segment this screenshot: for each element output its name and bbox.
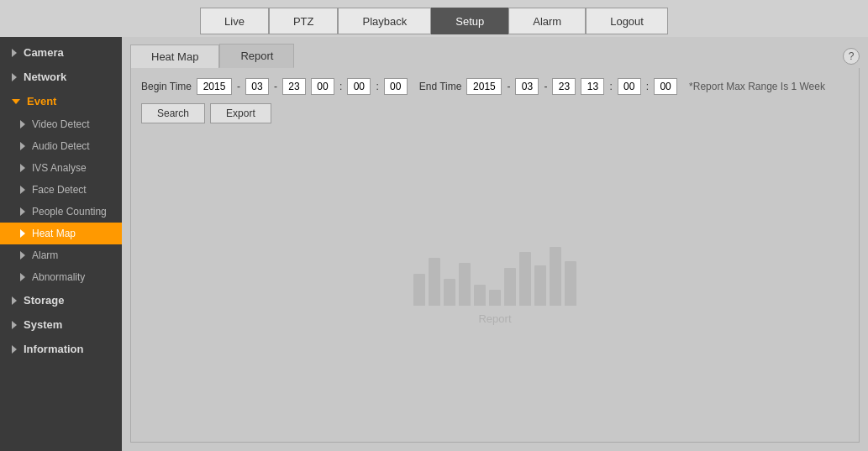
tab-bar: Heat Map Report ? [122, 37, 868, 68]
begin-min-input[interactable] [347, 78, 371, 95]
chevron-right-icon [20, 142, 25, 150]
chart-bar [534, 265, 546, 306]
sidebar-item-camera[interactable]: Camera [0, 40, 122, 65]
sep2: - [274, 81, 277, 92]
time-row: Begin Time - - : : End Time - - : [141, 78, 849, 95]
playback-button[interactable]: Playback [338, 8, 431, 34]
sidebar-item-system[interactable]: System [0, 312, 122, 337]
export-button[interactable]: Export [210, 103, 271, 123]
chart-bar [504, 268, 516, 306]
sidebar-item-people-counting[interactable]: People Counting [0, 201, 122, 223]
sidebar-item-ivs-analyse[interactable]: IVS Analyse [0, 157, 122, 179]
alarm-button[interactable]: Alarm [508, 8, 586, 34]
btn-row: Search Export [141, 103, 849, 123]
ptz-button[interactable]: PTZ [269, 8, 339, 34]
top-nav: Live PTZ Playback Setup Alarm Logout [0, 0, 868, 37]
sep3: : [339, 81, 342, 92]
chevron-right-icon [12, 321, 17, 329]
sidebar-item-face-detect[interactable]: Face Detect [0, 179, 122, 201]
sidebar-item-network[interactable]: Network [0, 65, 122, 89]
help-icon[interactable]: ? [843, 48, 860, 65]
chart-bar [474, 285, 486, 306]
begin-hour-input[interactable] [311, 78, 334, 95]
setup-button[interactable]: Setup [431, 8, 508, 34]
content-area: Heat Map Report ? Begin Time - - : : End… [122, 37, 868, 451]
chart-bar [413, 274, 425, 306]
chevron-right-icon [12, 345, 17, 354]
chart-bar [444, 279, 455, 306]
end-sec-input[interactable] [654, 78, 677, 95]
begin-month-input[interactable] [245, 78, 269, 95]
chart-bars [413, 239, 576, 306]
sidebar-item-video-detect[interactable]: Video Detect [0, 113, 122, 135]
sep5: - [507, 81, 510, 92]
chart-bar [565, 261, 576, 306]
sidebar-item-abnormality[interactable]: Abnormality [0, 266, 122, 288]
sep1: - [237, 81, 240, 92]
chart-bar [429, 258, 440, 306]
sep6: - [544, 81, 547, 92]
live-button[interactable]: Live [200, 8, 269, 34]
main-layout: Camera Network Event Video Detect Audio … [0, 37, 868, 451]
chart-label: Report [478, 312, 511, 325]
chevron-right-icon [12, 296, 17, 305]
chevron-right-icon [20, 207, 25, 216]
chevron-right-icon [20, 186, 25, 194]
chevron-right-icon [20, 120, 25, 128]
sidebar-item-audio-detect[interactable]: Audio Detect [0, 135, 122, 157]
sidebar-item-storage[interactable]: Storage [0, 288, 122, 312]
tab-heat-map[interactable]: Heat Map [130, 45, 219, 68]
chart-bar [459, 263, 471, 306]
logout-button[interactable]: Logout [586, 8, 668, 34]
chart-area: Report [141, 132, 849, 432]
chart-bar [519, 252, 531, 306]
end-day-input[interactable] [552, 78, 576, 95]
sidebar-item-event[interactable]: Event [0, 89, 122, 113]
chevron-right-icon [20, 164, 25, 172]
search-button[interactable]: Search [141, 103, 205, 123]
end-min-input[interactable] [618, 78, 641, 95]
chevron-right-icon [20, 273, 25, 281]
end-time-label: End Time [419, 81, 462, 92]
sidebar-item-heat-map[interactable]: Heat Map [0, 223, 122, 244]
begin-time-label: Begin Time [141, 81, 192, 92]
end-hour-input[interactable] [581, 78, 604, 95]
main-panel: Begin Time - - : : End Time - - : [130, 68, 860, 443]
end-month-input[interactable] [515, 78, 539, 95]
chart-bar [489, 290, 501, 306]
sidebar-item-alarm[interactable]: Alarm [0, 244, 122, 266]
max-range-note: *Report Max Range Is 1 Week [689, 81, 825, 92]
end-year-input[interactable] [466, 78, 502, 95]
begin-day-input[interactable] [282, 78, 306, 95]
chevron-right-icon [20, 229, 25, 238]
chevron-right-icon [20, 251, 25, 260]
sep7: : [609, 81, 612, 92]
sep8: : [646, 81, 649, 92]
tab-report[interactable]: Report [219, 44, 294, 68]
chevron-right-icon [12, 73, 17, 81]
begin-year-input[interactable] [197, 78, 232, 95]
chart-placeholder: Report [413, 239, 576, 325]
chevron-right-icon [12, 49, 17, 57]
chart-bar [550, 247, 561, 306]
begin-sec-input[interactable] [384, 78, 408, 95]
sidebar-item-information[interactable]: Information [0, 337, 122, 361]
sep4: : [376, 81, 378, 92]
sidebar: Camera Network Event Video Detect Audio … [0, 37, 122, 451]
chevron-down-icon [12, 99, 20, 104]
